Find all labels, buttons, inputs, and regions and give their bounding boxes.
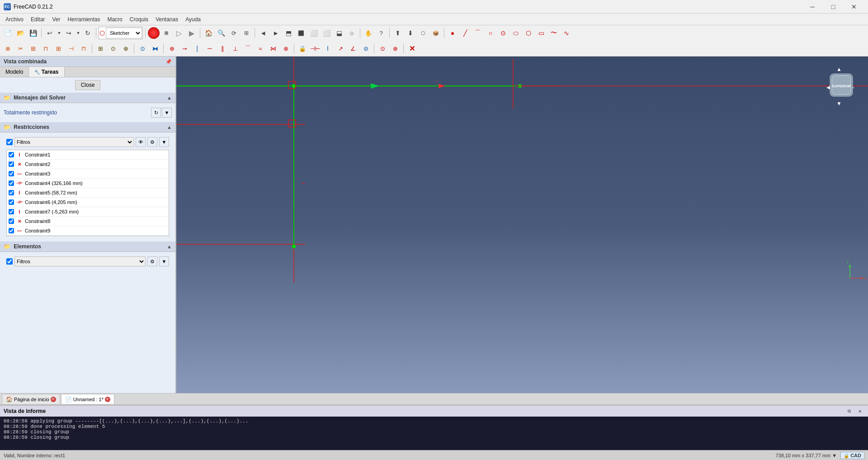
constraint-item-8[interactable]: ✕ Constraint8 (7, 217, 169, 226)
open-file-button[interactable]: 📂 (14, 27, 26, 39)
tb-square[interactable]: ■ (160, 27, 172, 39)
restricciones-filter-select[interactable]: Filtros (14, 137, 134, 147)
sk-offset-button[interactable]: ⊓ (78, 43, 90, 54)
tb-triangle[interactable]: ▷ (173, 27, 185, 39)
view-back-button[interactable]: ⬜ (321, 27, 332, 39)
c4-checkbox[interactable] (9, 180, 14, 186)
view-render-button[interactable]: ⬡ (417, 27, 429, 39)
view-front-button[interactable]: ⬜ (308, 27, 320, 39)
menu-ver[interactable]: Ver (48, 15, 64, 24)
undo-dropdown-button[interactable]: ▼ (57, 27, 62, 39)
con-symmetric[interactable]: ⋈ (267, 43, 279, 54)
solver-header[interactable]: 📁 Mensajes del Solver ▲ (0, 93, 175, 103)
sk-mirror-button[interactable]: ⊣ (65, 43, 77, 54)
view-fit-button[interactable]: ⊞ (241, 27, 252, 39)
elementos-filter-select[interactable]: Filtros (14, 256, 146, 266)
con-horizontal[interactable]: ─ (204, 43, 216, 54)
navigation-cube[interactable]: ▲ ▼ ◀ ▶ SUPERIOR (823, 66, 859, 102)
report-close-btn[interactable]: ✕ (855, 407, 864, 415)
constraint-item-2[interactable]: ✕ Constraint2 (7, 160, 169, 169)
c1-checkbox[interactable] (9, 152, 14, 157)
arc-button[interactable]: ⌒ (472, 27, 484, 39)
new-file-button[interactable]: 📄 (2, 27, 14, 39)
c7-checkbox[interactable] (9, 209, 14, 214)
constraint-item-4[interactable]: ⊣⊢ Constraint4 (326,166 mm) (7, 179, 169, 188)
tab-home[interactable]: 🏠 Página de inicio ✕ (2, 394, 60, 404)
sk-point-button[interactable]: ⊕ (2, 43, 14, 54)
view-iso-button[interactable]: ◇ (346, 27, 358, 39)
con-hdist[interactable]: ⊣⊢ (309, 43, 321, 54)
view-rotate-button[interactable]: ⟳ (228, 27, 240, 39)
view-bottom-button[interactable]: ⬓ (333, 27, 345, 39)
elementos-collapse-icon[interactable]: ▲ (167, 244, 172, 249)
con-refmode[interactable]: ⊘ (360, 43, 372, 54)
c6-checkbox[interactable] (9, 199, 14, 205)
report-undock-btn[interactable]: ⧉ (844, 407, 854, 415)
constraint-item-9[interactable]: — Constraint9 (7, 226, 169, 236)
spline2-button[interactable]: ∿ (561, 27, 572, 39)
sk-trim-button[interactable]: ✂ (14, 43, 26, 54)
elementos-all-checkbox[interactable] (6, 258, 13, 265)
stop-button[interactable] (148, 27, 160, 39)
con-block[interactable]: ⊗ (280, 43, 292, 54)
view-cube-button[interactable]: ⬛ (295, 27, 307, 39)
tab-tareas[interactable]: 🔧 Tareas (29, 67, 64, 77)
constraint-item-5[interactable]: I Constraint5 (58,72 mm) (7, 188, 169, 198)
con-tangent[interactable]: ⌒ (242, 43, 254, 54)
ellipse-button[interactable]: ⬭ (510, 27, 522, 39)
sk-array-button[interactable]: ⊞ (52, 43, 64, 54)
refresh-button[interactable]: ↻ (82, 27, 94, 39)
con-radius[interactable]: ↗ (335, 43, 346, 54)
c5-checkbox[interactable] (9, 190, 14, 195)
redo-dropdown-button[interactable]: ▼ (75, 27, 81, 39)
elementos-gear-btn[interactable]: ⚙ (147, 256, 157, 266)
sk-grid-button[interactable]: ⊞ (94, 43, 106, 54)
menu-croquis[interactable]: Croquis (126, 15, 152, 24)
c9-checkbox[interactable] (9, 228, 14, 233)
constraint-item-7[interactable]: I Constraint7 (-5,263 mm) (7, 207, 169, 217)
sk-exit-x[interactable]: ✕ (406, 43, 418, 54)
spline-button[interactable]: 〜 (548, 27, 560, 39)
restricciones-more-btn[interactable]: ▼ (159, 137, 169, 147)
canvas-area[interactable]: → X Y ▲ ▼ (176, 57, 868, 393)
constraint-item-3[interactable]: — Constraint3 (7, 169, 169, 179)
close-button-panel[interactable]: Close (75, 80, 101, 90)
sketcher-dropdown[interactable]: Sketcher (106, 28, 142, 38)
sk-extend-button[interactable]: ⊞ (27, 43, 39, 54)
restricciones-gear-btn[interactable]: ⚙ (147, 137, 157, 147)
tb-play[interactable]: ▶ (186, 27, 198, 39)
c8-checkbox[interactable] (9, 218, 14, 224)
menu-herramientas[interactable]: Herramientas (64, 15, 104, 24)
rect-button[interactable]: ▭ (535, 27, 547, 39)
con-perpendicular[interactable]: ⊥ (229, 43, 241, 54)
view-down-button[interactable]: ⬇ (405, 27, 416, 39)
elementos-header[interactable]: 📁 Elementos ▲ (0, 242, 175, 252)
con-vertical[interactable]: | (191, 43, 203, 54)
con-internalgeo[interactable]: ⊕ (389, 43, 401, 54)
con-vdist[interactable]: I (322, 43, 334, 54)
statusbar-cad-button[interactable]: 🔒 CAD (840, 452, 864, 459)
view-up-button[interactable]: ⬆ (392, 27, 404, 39)
constraint-item-1[interactable]: I Constraint1 (7, 150, 169, 160)
sk-snap2-button[interactable]: ⊕ (120, 43, 132, 54)
circle-button[interactable]: ○ (485, 27, 496, 39)
con-angle[interactable]: ∠ (347, 43, 359, 54)
view-clip-button[interactable]: 📦 (430, 27, 442, 39)
view-question-button[interactable]: ? (375, 27, 387, 39)
view-home-button[interactable]: 🏠 (203, 27, 214, 39)
c2-checkbox[interactable] (9, 161, 14, 167)
con-fix[interactable]: 🔒 (297, 43, 308, 54)
view-left-button[interactable]: ◀ (257, 27, 269, 39)
con-equal[interactable]: = (255, 43, 266, 54)
tab-modelo[interactable]: Modelo (0, 67, 29, 77)
restricciones-all-checkbox[interactable] (6, 139, 13, 145)
poly-button[interactable]: ⬡ (523, 27, 534, 39)
restricciones-eye-btn[interactable]: 👁 (136, 137, 146, 147)
constraint-item-6[interactable]: ⊣⊢ Constraint6 (4,205 mm) (7, 198, 169, 207)
menu-ayuda[interactable]: Ayuda (182, 15, 204, 24)
view-zoom-in-button[interactable]: 🔍 (215, 27, 227, 39)
undo-button[interactable]: ↩ (44, 27, 56, 39)
view-pan-button[interactable]: ✋ (363, 27, 374, 39)
redo-button[interactable]: ↪ (63, 27, 75, 39)
menu-macro[interactable]: Macro (104, 15, 126, 24)
